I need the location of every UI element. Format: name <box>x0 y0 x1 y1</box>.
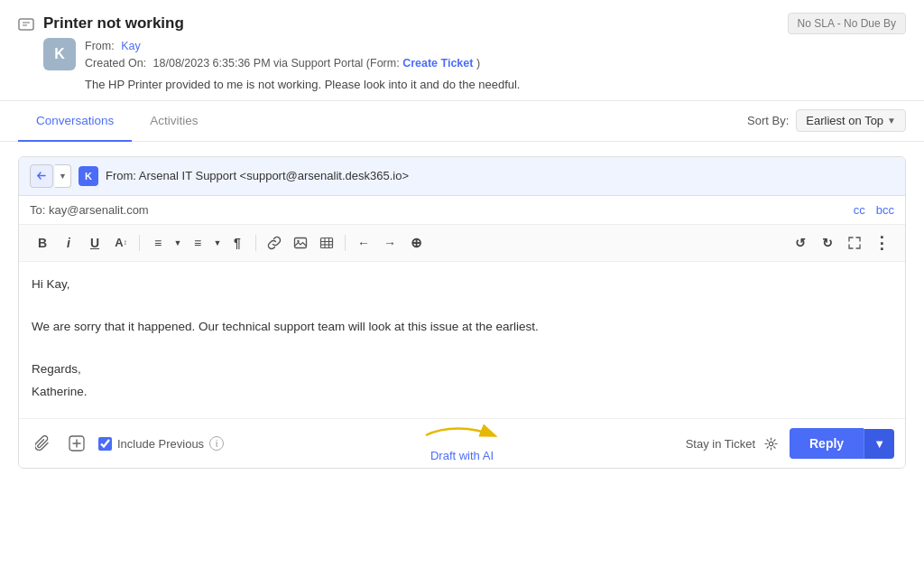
compose-header: ▼ K From: Arsenal IT Support <support@ar… <box>19 157 905 196</box>
stay-in-ticket: Stay in Ticket <box>686 433 781 453</box>
sort-row: Sort By: Earliest on Top ▼ <box>747 109 906 132</box>
toolbar-left: B i U A↕ ≡ ▼ ≡ ▼ ¶ <box>30 230 429 256</box>
editor-toolbar: B i U A↕ ≡ ▼ ≡ ▼ ¶ <box>19 225 905 262</box>
draft-ai-arrow <box>417 422 507 449</box>
image-button[interactable] <box>288 230 313 256</box>
to-row: To: kay@arsenalit.com cc bcc <box>19 196 905 225</box>
compose-footer: Include Previous i Draft with AI Stay in… <box>19 418 905 468</box>
ticket-meta-created: Created On: 18/08/2023 6:35:36 PM via Su… <box>85 55 520 72</box>
from-name-link[interactable]: Kay <box>121 40 141 52</box>
undo-button[interactable]: ↺ <box>788 230 813 256</box>
from-text: From: Arsenal IT Support <support@arsena… <box>106 169 409 182</box>
bcc-button[interactable]: bcc <box>876 203 894 217</box>
reply-arrows: ▼ <box>30 164 71 188</box>
draft-ai-link[interactable]: Draft with AI <box>430 449 494 462</box>
from-label: From: <box>85 40 115 52</box>
tab-activities[interactable]: Activities <box>132 101 216 142</box>
font-size-button[interactable]: A↕ <box>108 230 134 256</box>
bold-button[interactable]: B <box>30 230 55 256</box>
gear-icon[interactable] <box>761 433 781 453</box>
stay-in-ticket-label: Stay in Ticket <box>686 437 755 451</box>
ticket-header: Printer not working K From: Kay Created … <box>0 0 924 101</box>
ordered-list-chevron[interactable]: ▼ <box>171 230 184 256</box>
add-button[interactable] <box>64 431 89 456</box>
reply-dropdown-button[interactable]: ▼ <box>864 429 894 459</box>
sort-value: Earliest on Top <box>806 114 883 127</box>
svg-point-13 <box>769 442 772 445</box>
link-button[interactable] <box>262 230 287 256</box>
reply-button[interactable]: Reply <box>790 428 864 459</box>
chevron-down-icon: ▼ <box>59 172 67 181</box>
sort-label: Sort By: <box>747 114 789 127</box>
dropdown-arrow-button[interactable]: ▼ <box>55 164 71 188</box>
compose-area: ▼ K From: Arsenal IT Support <support@ar… <box>18 156 906 470</box>
more-options-button[interactable]: ⋮ <box>869 230 894 256</box>
fullscreen-button[interactable] <box>842 230 867 256</box>
body-line1: Hi Kay, <box>32 275 892 294</box>
include-previous-group: Include Previous i <box>98 436 224 451</box>
arrow-right-button[interactable]: → <box>377 230 402 256</box>
reply-arrow-button[interactable] <box>30 164 53 188</box>
tabs: Conversations Activities <box>18 101 217 141</box>
footer-right: Stay in Ticket Reply ▼ <box>686 428 894 459</box>
body-line2: We are sorry that it happened. Our techn… <box>32 317 892 337</box>
ticket-meta-from: From: Kay <box>85 38 520 55</box>
tab-conversations[interactable]: Conversations <box>18 101 132 142</box>
body-line4: Katherine. <box>32 382 892 402</box>
include-previous-checkbox[interactable] <box>98 437 112 451</box>
paragraph-button[interactable]: ¶ <box>225 230 250 256</box>
ticket-icon <box>18 17 34 33</box>
ticket-title: Printer not working <box>43 14 520 33</box>
from-avatar: K <box>79 166 98 186</box>
created-label: Created On: <box>85 57 146 70</box>
include-previous-label: Include Previous <box>117 437 204 451</box>
unordered-list-chevron[interactable]: ▼ <box>211 230 224 256</box>
ticket-body-text: The HP Printer provided to me is not wor… <box>85 78 520 91</box>
reply-button-group: Reply ▼ <box>790 428 894 459</box>
toolbar-right: ↺ ↻ ⋮ <box>788 230 894 256</box>
body-line3: Regards, <box>32 359 892 379</box>
arrow-left-button[interactable]: ← <box>351 230 376 256</box>
sort-dropdown[interactable]: Earliest on Top ▼ <box>796 109 906 132</box>
info-icon[interactable]: i <box>209 436 224 451</box>
form-link[interactable]: Create Ticket <box>402 57 473 70</box>
attachment-button[interactable] <box>30 431 55 456</box>
italic-button[interactable]: i <box>56 230 81 256</box>
ordered-list-button[interactable]: ≡ <box>145 230 171 256</box>
editor-body[interactable]: Hi Kay, We are sorry that it happened. O… <box>19 262 905 419</box>
to-label: To: kay@arsenalit.com <box>30 203 149 217</box>
plus-button[interactable]: ⊕ <box>403 230 429 256</box>
sla-badge: No SLA - No Due By <box>788 13 906 34</box>
svg-rect-5 <box>321 238 333 247</box>
underline-button[interactable]: U <box>82 230 107 256</box>
table-button[interactable] <box>314 230 339 256</box>
created-date: 18/08/2023 6:35:36 PM via Support Portal… <box>153 57 400 70</box>
cc-button[interactable]: cc <box>854 203 865 217</box>
svg-rect-3 <box>295 238 307 247</box>
redo-button[interactable]: ↻ <box>815 230 840 256</box>
svg-rect-0 <box>19 19 33 30</box>
footer-left: Include Previous i <box>30 431 224 456</box>
avatar: K <box>43 38 76 70</box>
unordered-list-button[interactable]: ≡ <box>185 230 210 256</box>
tabs-row: Conversations Activities Sort By: Earlie… <box>0 101 924 142</box>
chevron-down-icon: ▼ <box>887 116 896 126</box>
cc-bcc-controls: cc bcc <box>854 203 894 217</box>
